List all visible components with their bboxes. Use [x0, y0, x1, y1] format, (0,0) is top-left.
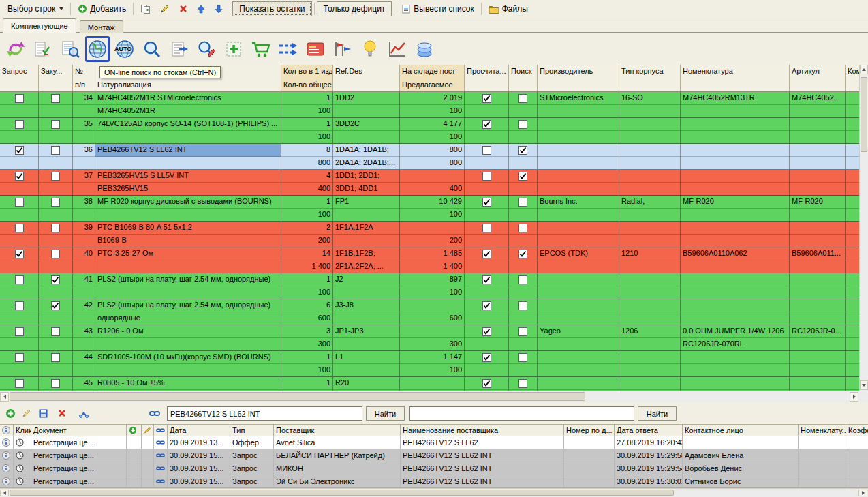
cell-zapros[interactable] — [0, 247, 39, 273]
cell-stock[interactable]: 2 019100 — [400, 92, 465, 117]
tab-montage[interactable]: Монтаж — [80, 20, 123, 33]
cell-prosch[interactable] — [465, 273, 509, 299]
cell-manufacturer[interactable] — [538, 118, 619, 143]
cell-stock[interactable]: 897100 — [400, 273, 465, 299]
history-column-header-doc[interactable]: Документ — [31, 425, 127, 436]
cell-zapros[interactable] — [0, 273, 39, 299]
history-cell-add[interactable] — [127, 462, 142, 475]
scroll-down-button[interactable] — [860, 380, 868, 390]
history-column-header-suppliername[interactable]: Наименование поставщика — [401, 425, 564, 436]
history-cell-number[interactable] — [564, 475, 615, 487]
cell-qty[interactable]: 8800 — [281, 144, 333, 169]
history-cell-supplier[interactable]: Эй Си Би Электроникс — [274, 475, 401, 487]
column-header-zapros[interactable]: Запрос — [0, 65, 39, 91]
cell-manufacturer[interactable] — [538, 144, 619, 169]
column-header-stock[interactable]: На складе постПредлагаемое — [400, 65, 465, 91]
history-cell-suppliername[interactable]: PEB4266TV12 S LL62 — [401, 436, 564, 449]
cell-manufacturer[interactable]: EPCOS (TDK) — [538, 247, 619, 273]
cell-name[interactable]: PEB4266TV12 S LL62 INT — [95, 144, 281, 169]
delete-row-button[interactable] — [174, 1, 192, 16]
cell-zapros[interactable] — [0, 92, 39, 117]
cell-qty[interactable]: 3300 — [281, 325, 333, 350]
cell-nomenclature[interactable] — [681, 118, 790, 143]
history-cell-date[interactable]: 30.09.2019 15... — [168, 462, 230, 475]
cell-ref[interactable]: 1DD1; 2DD1;3DD1; 4DD1 — [333, 170, 400, 195]
cell-prosch[interactable] — [465, 196, 509, 221]
zakup-checkbox[interactable] — [51, 146, 60, 155]
history-column-header-add[interactable] — [127, 425, 142, 436]
cell-qty[interactable]: 1100 — [281, 351, 333, 376]
cell-name[interactable]: PLS2 (штыри на плату, шаг 2.54 мм, однор… — [95, 299, 281, 325]
cell-article[interactable] — [790, 170, 846, 195]
history-cell-contact[interactable]: Воробьев Денис — [683, 462, 799, 475]
poisk-checkbox[interactable] — [518, 327, 527, 336]
poisk-checkbox[interactable] — [518, 301, 527, 310]
cell-qty[interactable]: 141 400 — [281, 247, 333, 273]
column-header-nomenclature[interactable]: Номенклатура — [681, 65, 790, 91]
history-cell-date[interactable]: 20.09.2019 13... — [168, 436, 230, 449]
cell-package[interactable] — [619, 118, 681, 143]
history-column-header-type[interactable]: Тип — [230, 425, 274, 436]
cell-zakup[interactable] — [39, 351, 73, 376]
zakup-checkbox[interactable] — [51, 224, 60, 232]
cell-manufacturer[interactable]: STMicroelectronics — [538, 92, 619, 117]
cell-ref[interactable]: FP1 — [333, 196, 400, 221]
cell-nomenclature[interactable] — [681, 170, 790, 195]
cell-qty[interactable]: 1100 — [281, 273, 333, 299]
cell-qty[interactable]: 6600 — [281, 299, 333, 325]
cell-poisk[interactable] — [509, 247, 538, 273]
history-cell-doc[interactable]: Регистрация це... — [31, 462, 127, 475]
cell-package[interactable]: 16-SO — [619, 92, 681, 117]
horizontal-scrollbar[interactable] — [0, 391, 859, 402]
idea-button[interactable] — [358, 36, 382, 62]
find-button[interactable] — [140, 36, 164, 62]
zapros-checkbox[interactable] — [15, 353, 24, 362]
cell-stock[interactable]: 300 — [400, 325, 465, 350]
scroll-up-button[interactable] — [860, 65, 868, 74]
history-cell-edit[interactable] — [142, 475, 154, 487]
cell-package[interactable] — [619, 273, 681, 299]
cell-ref[interactable]: 1F1A,1F2A — [333, 222, 400, 247]
zapros-checkbox[interactable] — [15, 301, 24, 310]
history-cell-add[interactable] — [127, 436, 142, 449]
history-cell-contact[interactable]: Ситников Борис — [683, 475, 799, 487]
cell-zakup[interactable] — [39, 222, 73, 247]
cell-name[interactable]: PTC B1069-B 80-A 51 5x1.2B1069-B — [95, 222, 281, 247]
cell-num[interactable]: 43 — [73, 325, 95, 350]
cell-package[interactable]: 1210 — [619, 247, 681, 273]
cell-zapros[interactable] — [0, 325, 39, 350]
history-cell-klik[interactable] — [14, 475, 31, 487]
cell-package[interactable] — [619, 299, 681, 325]
cell-zapros[interactable] — [0, 351, 39, 376]
cell-article[interactable] — [790, 377, 846, 391]
history-cell-klik[interactable] — [14, 462, 31, 475]
zapros-checkbox[interactable] — [15, 146, 24, 155]
cell-article[interactable] — [790, 222, 846, 247]
auto-search-button[interactable]: AUTO — [112, 36, 137, 62]
prosch-checkbox[interactable] — [482, 146, 491, 155]
history-delete-button[interactable] — [55, 406, 69, 421]
column-header-num[interactable]: №п/п — [73, 65, 95, 91]
history-cell-klik[interactable] — [14, 436, 31, 449]
add-button[interactable]: Добавить — [73, 1, 131, 16]
history-cell-nomen[interactable] — [799, 436, 846, 449]
cell-num[interactable]: 37 — [73, 170, 95, 195]
history-cell-info[interactable] — [0, 449, 14, 462]
price-register-button[interactable] — [303, 36, 328, 62]
history-column-header-number[interactable]: Номер по д... — [564, 425, 615, 436]
cell-num[interactable]: 34 — [73, 92, 95, 117]
poisk-checkbox[interactable] — [518, 172, 527, 181]
cell-manufacturer[interactable] — [538, 299, 619, 325]
cell-poisk[interactable] — [509, 351, 538, 376]
move-up-button[interactable] — [192, 1, 210, 16]
column-header-ref[interactable]: Ref.Des — [333, 65, 400, 91]
cell-ref[interactable]: 1DA1A; 1DA1B;2DA1A; 2DA1B;... — [333, 144, 400, 169]
history-cell-number[interactable] — [564, 436, 615, 449]
column-header-manufacturer[interactable]: Производитель — [538, 65, 619, 91]
cell-ref[interactable]: R20 — [333, 377, 400, 391]
history-cell-contact[interactable]: Адамович Елена — [683, 449, 799, 462]
history-row[interactable]: Регистрация це...30.09.2019 15...ЗапросЭ… — [0, 475, 868, 488]
poisk-checkbox[interactable] — [518, 146, 527, 155]
cell-comm[interactable] — [846, 377, 859, 391]
column-header-article[interactable]: Артикул — [790, 65, 846, 91]
